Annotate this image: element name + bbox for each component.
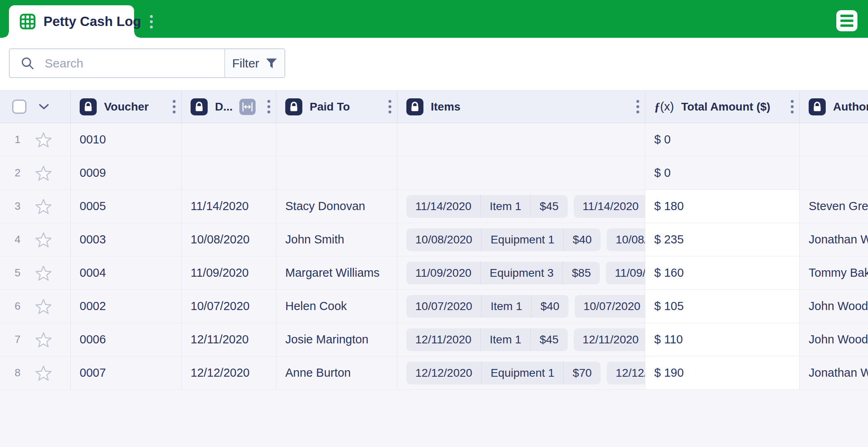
filter-label: Filter [232,56,259,70]
cell-total-amount[interactable]: $ 180 [645,190,800,223]
cell-items[interactable]: 11/09/2020Equipment 3$8511/09/2 [397,256,645,289]
item-chip[interactable]: 12/12/2020Equipment 1$70 [406,362,601,384]
cell-total-amount[interactable]: $ 110 [645,323,800,356]
cell-total-amount[interactable]: $ 235 [645,223,800,256]
cell-authorized[interactable]: Tommy Bak [800,256,868,289]
item-chip[interactable]: 10/08/2020Equipment 1$40 [406,228,601,251]
search-input[interactable] [44,56,192,71]
star-icon[interactable] [35,198,52,215]
column-header-date[interactable]: D... [182,91,276,123]
cell-authorized[interactable]: Jonathan W [800,356,868,389]
cell-items[interactable]: 12/12/2020Equipment 1$7012/12/20 [397,356,645,389]
tab-title: Petty Cash Log [43,14,141,29]
cell-date[interactable] [182,156,276,189]
cell-authorized[interactable]: John Wood [800,323,868,356]
cell-date[interactable]: 10/07/2020 [182,290,276,323]
item-chip[interactable]: 12/11/2020It [574,328,645,351]
cell-paid-to[interactable]: Anne Burton [276,356,397,389]
cell-paid-to[interactable] [276,156,397,189]
star-icon[interactable] [35,265,52,281]
item-chip-segment: $40 [532,295,569,318]
sheet-tab-petty-cash-log[interactable]: Petty Cash Log [9,5,134,38]
cell-authorized[interactable]: Steven Gree [800,190,868,223]
cell-paid-to[interactable]: Margaret Williams [276,256,397,289]
cell-items[interactable]: 12/11/2020Item 1$4512/11/2020It [397,323,645,356]
item-chip[interactable]: 10/07/2020Item 1$40 [406,295,569,318]
item-chip[interactable]: 11/09/2020Equipment 3$85 [406,262,600,284]
cell-date[interactable]: 11/09/2020 [182,256,276,289]
column-header-total[interactable]: ƒ(x)Total Amount ($) [645,91,800,123]
cell-paid-to[interactable] [276,123,397,156]
cell-items[interactable]: 10/08/2020Equipment 1$4010/08/2 [397,223,645,256]
cell-date[interactable] [182,123,276,156]
item-chip-segment: 10/07/2020 [406,295,482,318]
row-number: 6 [15,300,23,312]
filter-button[interactable]: Filter [224,49,284,77]
cell-voucher[interactable]: 0005 [71,190,182,223]
cell-voucher[interactable]: 0009 [71,156,182,189]
cell-authorized[interactable]: John Wood [800,290,868,323]
cell-items[interactable] [397,156,645,189]
star-icon[interactable] [35,332,52,348]
item-chip-segment: Item 1 [482,295,532,318]
item-chip[interactable]: 10/07/2020 [575,295,645,318]
star-icon[interactable] [35,232,52,248]
lock-icon [80,98,97,115]
cell-authorized[interactable] [800,123,868,156]
star-icon[interactable] [35,132,52,148]
column-kebab-menu-icon[interactable] [636,100,639,113]
column-header-items[interactable]: Items [397,91,645,123]
cell-voucher[interactable]: 0007 [71,356,182,389]
item-chip[interactable]: 12/12/20 [607,362,645,384]
star-icon[interactable] [35,298,52,315]
column-kebab-menu-icon[interactable] [267,100,270,113]
table-grid-icon [20,13,36,30]
cell-authorized[interactable]: Jonathan W [800,223,868,256]
cell-date[interactable]: 12/12/2020 [182,356,276,389]
star-icon[interactable] [35,365,52,381]
row-select-cell: 6 [0,290,71,323]
cell-items[interactable]: 10/07/2020Item 1$4010/07/2020 [397,290,645,323]
cell-date[interactable]: 10/08/2020 [182,223,276,256]
cell-total-amount[interactable]: $ 190 [645,356,800,389]
item-chip[interactable]: 10/08/2 [607,228,645,251]
column-header-paid_to[interactable]: Paid To [276,91,397,123]
hamburger-menu-icon[interactable] [836,10,857,31]
cell-voucher[interactable]: 0004 [71,256,182,289]
cell-date[interactable]: 11/14/2020 [182,190,276,223]
cell-total-amount[interactable]: $ 105 [645,290,800,323]
item-chip[interactable]: 11/09/2 [606,262,645,284]
cell-total-amount[interactable]: $ 0 [645,123,800,156]
item-chip[interactable]: 12/11/2020Item 1$45 [406,328,568,351]
item-chip[interactable]: 11/14/2020It [574,195,645,218]
search-box[interactable] [10,49,224,77]
cell-items[interactable] [397,123,645,156]
cell-date[interactable]: 12/11/2020 [182,323,276,356]
chevron-down-icon[interactable] [39,104,49,110]
cell-items[interactable]: 11/14/2020Item 1$4511/14/2020It [397,190,645,223]
column-kebab-menu-icon[interactable] [388,100,391,113]
item-chip[interactable]: 11/14/2020Item 1$45 [406,195,568,218]
cell-voucher[interactable]: 0002 [71,290,182,323]
cell-paid-to[interactable]: John Smith [276,223,397,256]
column-header-authorized[interactable]: Authori [800,91,868,123]
cell-voucher[interactable]: 0006 [71,323,182,356]
select-all-checkbox[interactable] [12,100,26,114]
column-kebab-menu-icon[interactable] [791,100,794,113]
cell-paid-to[interactable]: Helen Cook [276,290,397,323]
cell-voucher[interactable]: 0003 [71,223,182,256]
column-header-voucher[interactable]: Voucher [71,91,182,123]
column-kebab-menu-icon[interactable] [173,100,176,113]
cell-voucher[interactable]: 0010 [71,123,182,156]
cell-authorized[interactable] [800,156,868,189]
item-chip-segment: 12/11/2020 [574,328,645,351]
cell-total-amount[interactable]: $ 160 [645,256,800,289]
tab-kebab-menu-icon[interactable] [150,15,153,28]
column-label-paid_to: Paid To [310,100,350,113]
cell-paid-to[interactable]: Josie Marington [276,323,397,356]
star-icon[interactable] [35,165,52,181]
cell-total-amount[interactable]: $ 0 [645,156,800,189]
cell-paid-to[interactable]: Stacy Donovan [276,190,397,223]
column-resize-icon[interactable] [239,99,256,115]
row-number: 4 [15,233,23,246]
